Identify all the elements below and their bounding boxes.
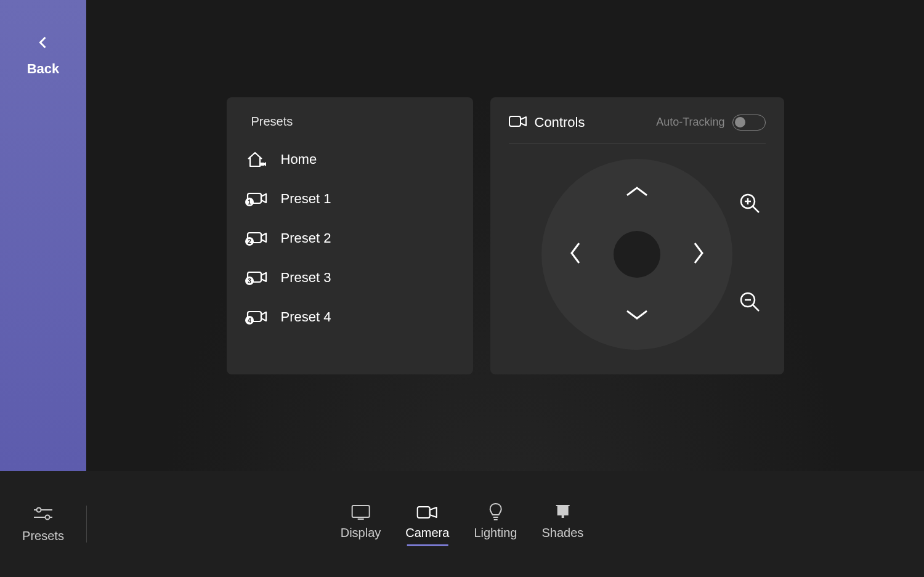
svg-text:2: 2 [248, 238, 251, 245]
camera-preset-4-icon: 4 [244, 307, 269, 327]
tab-display[interactable]: Display [341, 504, 381, 545]
shades-icon [554, 504, 570, 521]
toggle-knob [735, 117, 745, 127]
zoom-controls [738, 193, 763, 316]
preset-item-1[interactable]: 1 Preset 1 [238, 179, 462, 219]
auto-tracking-label: Auto-Tracking [656, 116, 724, 129]
zoom-in-button[interactable] [738, 193, 763, 217]
chevron-left-icon [568, 241, 583, 268]
tab-camera[interactable]: Camera [405, 504, 449, 545]
svg-text:1: 1 [248, 199, 251, 206]
bottom-presets-label: Presets [22, 529, 64, 543]
tab-lighting[interactable]: Lighting [474, 504, 517, 545]
camera-icon [509, 115, 527, 131]
camera-preset-3-icon: 3 [244, 268, 269, 288]
tab-label: Display [341, 526, 381, 540]
back-button[interactable]: Back [27, 34, 60, 77]
bottom-tabs: Display Camera Lighting [341, 504, 584, 545]
preset-label: Home [281, 151, 317, 167]
svg-text:4: 4 [248, 317, 251, 324]
home-camera-icon [244, 150, 269, 169]
chevron-down-icon [625, 307, 649, 325]
camera-icon [416, 504, 439, 521]
preset-item-home[interactable]: Home [238, 140, 462, 179]
controls-header: Controls Auto-Tracking [509, 115, 766, 143]
svg-rect-0 [260, 163, 264, 166]
zoom-in-icon [739, 193, 761, 217]
chevron-right-icon [691, 241, 706, 268]
svg-rect-27 [561, 515, 564, 518]
preset-label: Preset 1 [281, 191, 331, 207]
svg-rect-22 [418, 507, 430, 518]
dpad-down-button[interactable] [625, 304, 649, 328]
bottom-divider [86, 506, 87, 543]
preset-item-4[interactable]: 4 Preset 4 [238, 297, 462, 337]
tab-label: Lighting [474, 526, 517, 540]
sliders-icon [33, 506, 54, 524]
presets-title: Presets [251, 115, 462, 129]
controls-body [509, 143, 766, 365]
dpad-left-button[interactable] [563, 242, 588, 267]
dpad-up-button[interactable] [625, 180, 649, 205]
bottom-bar: Presets Display Camera [0, 471, 924, 577]
controls-title: Controls [535, 115, 585, 131]
zoom-out-icon [739, 291, 761, 316]
display-icon [351, 504, 370, 521]
preset-item-2[interactable]: 2 Preset 2 [238, 219, 462, 258]
tab-label: Shades [541, 526, 583, 540]
auto-tracking-toggle[interactable] [732, 115, 766, 131]
svg-text:3: 3 [248, 278, 251, 284]
camera-preset-2-icon: 2 [244, 228, 269, 248]
sidebar-left: Back [0, 0, 86, 471]
svg-rect-25 [556, 505, 569, 506]
dpad-control [541, 159, 732, 350]
back-label: Back [27, 61, 60, 77]
chevron-left-icon [34, 34, 52, 54]
bottom-presets-button[interactable]: Presets [0, 506, 86, 543]
svg-rect-26 [557, 506, 568, 515]
controls-panel: Controls Auto-Tracking [490, 97, 784, 374]
svg-rect-20 [352, 506, 369, 517]
tab-shades[interactable]: Shades [541, 504, 583, 545]
zoom-out-button[interactable] [738, 291, 763, 316]
svg-point-19 [46, 515, 50, 519]
lightbulb-icon [488, 504, 503, 521]
presets-panel: Presets Home 1 Preset 1 [227, 97, 473, 374]
preset-label: Preset 4 [281, 309, 331, 325]
svg-rect-13 [509, 116, 521, 126]
main-content: Presets Home 1 Preset 1 [86, 0, 924, 471]
chevron-up-icon [625, 184, 649, 201]
preset-item-3[interactable]: 3 Preset 3 [238, 258, 462, 297]
dpad-center [614, 231, 660, 278]
camera-preset-1-icon: 1 [244, 189, 269, 209]
tab-label: Camera [405, 526, 449, 540]
preset-label: Preset 2 [281, 230, 331, 246]
dpad-right-button[interactable] [686, 242, 711, 267]
svg-point-17 [37, 507, 41, 512]
preset-label: Preset 3 [281, 270, 331, 286]
